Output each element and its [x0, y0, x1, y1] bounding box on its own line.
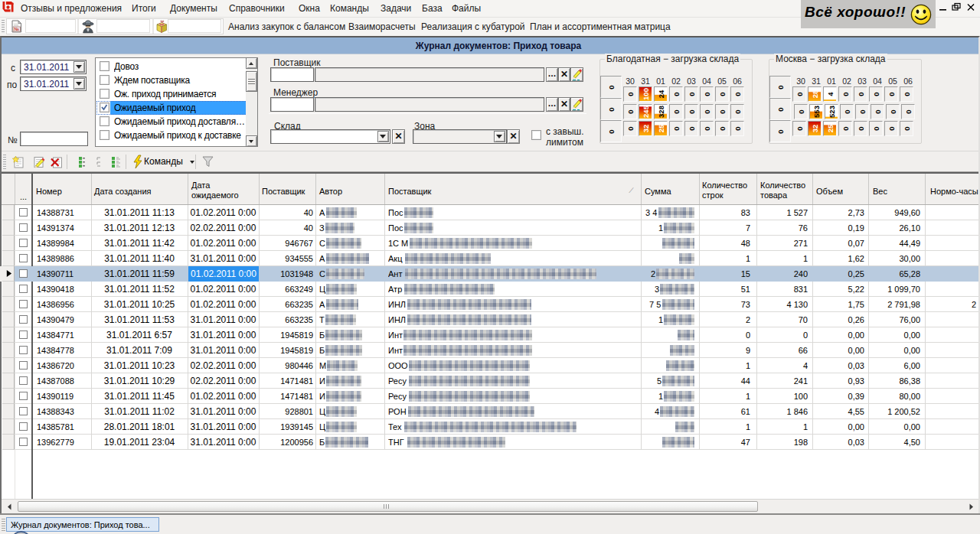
svg-text:№: № [14, 27, 18, 31]
